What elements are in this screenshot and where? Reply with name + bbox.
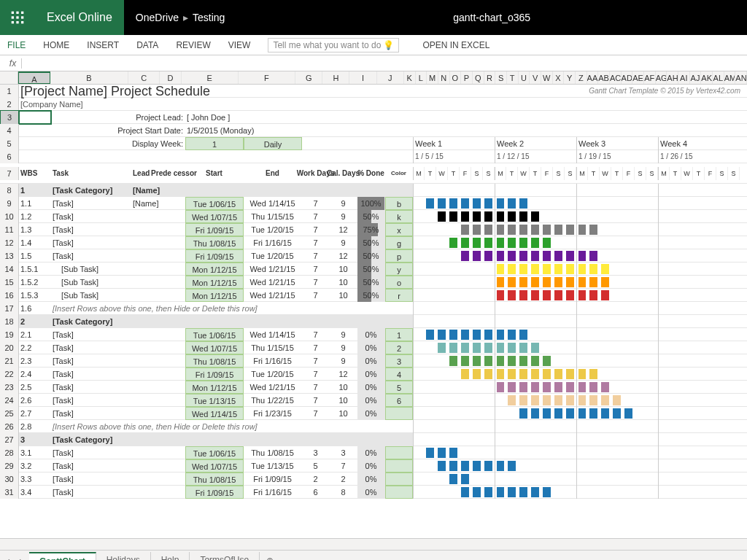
column-header[interactable]: T bbox=[507, 71, 519, 84]
cell[interactable] bbox=[163, 236, 185, 249]
row-header[interactable]: 6 bbox=[0, 150, 19, 163]
row-header[interactable]: 24 bbox=[0, 394, 19, 407]
cell[interactable]: 50% bbox=[357, 262, 385, 276]
row-header[interactable]: 23 bbox=[0, 381, 19, 394]
cell[interactable] bbox=[131, 486, 163, 499]
cell[interactable]: Tue 1/20/15 bbox=[244, 249, 302, 262]
cell[interactable] bbox=[131, 381, 163, 394]
sheet-tab[interactable]: Help bbox=[151, 552, 190, 561]
cell[interactable] bbox=[163, 368, 185, 381]
column-header[interactable]: Q bbox=[473, 71, 484, 84]
cell[interactable]: 0% bbox=[357, 341, 385, 354]
cell[interactable]: S bbox=[483, 167, 495, 180]
cell[interactable]: 12 bbox=[330, 223, 357, 236]
cell[interactable]: S bbox=[635, 167, 646, 180]
column-header[interactable]: AI bbox=[678, 71, 690, 84]
cell[interactable] bbox=[19, 137, 51, 150]
cell[interactable] bbox=[131, 394, 163, 407]
cell[interactable]: W bbox=[518, 167, 530, 180]
cell[interactable]: M bbox=[658, 167, 670, 180]
cell[interactable]: Tue 1/13/15 bbox=[244, 459, 302, 472]
cell[interactable]: Prede cessor bbox=[163, 163, 185, 183]
cell[interactable]: 7 bbox=[302, 276, 330, 289]
column-header[interactable]: W bbox=[541, 71, 553, 84]
cell[interactable]: M bbox=[413, 167, 425, 180]
cell[interactable]: 0% bbox=[357, 486, 385, 499]
cell[interactable]: 3.3 bbox=[19, 472, 51, 486]
cell[interactable]: 7 bbox=[302, 262, 330, 276]
cell[interactable]: [Task Category] bbox=[51, 315, 131, 328]
cell[interactable]: [Project Name] Project Schedule bbox=[19, 85, 302, 98]
app-brand[interactable]: Excel Online bbox=[35, 0, 124, 35]
cell[interactable] bbox=[163, 197, 185, 210]
cell[interactable]: S bbox=[565, 167, 576, 180]
cell[interactable]: F bbox=[705, 167, 716, 180]
cell[interactable] bbox=[163, 341, 185, 354]
cell[interactable]: Display Week: bbox=[51, 137, 185, 150]
cell[interactable] bbox=[131, 315, 163, 328]
cell[interactable]: 1.5 bbox=[19, 249, 51, 262]
cell[interactable]: b bbox=[385, 197, 413, 210]
cell[interactable]: [Company Name] bbox=[19, 98, 163, 111]
cell[interactable]: [Task] bbox=[51, 394, 131, 407]
cell[interactable]: 9 bbox=[330, 341, 357, 354]
cell[interactable]: 3.4 bbox=[19, 486, 51, 499]
cell[interactable]: 7 bbox=[302, 381, 330, 394]
tab-file[interactable]: FILE bbox=[7, 40, 26, 50]
cell[interactable]: S bbox=[728, 167, 740, 180]
cell[interactable]: 7 bbox=[302, 394, 330, 407]
row-header[interactable]: 20 bbox=[0, 341, 19, 354]
cell[interactable]: Tue 1/06/15 bbox=[185, 446, 244, 459]
cell[interactable]: Wed 1/21/15 bbox=[244, 289, 302, 302]
row-header[interactable]: 26 bbox=[0, 420, 19, 433]
select-all-corner[interactable] bbox=[0, 71, 18, 84]
cell[interactable]: Gantt Chart Template © 2015 by Vertex42.… bbox=[455, 85, 747, 98]
cell[interactable] bbox=[302, 137, 413, 150]
cell[interactable]: Project Start Date: bbox=[51, 124, 185, 137]
cell[interactable]: [Task] bbox=[51, 486, 131, 499]
row-header[interactable]: 13 bbox=[0, 249, 19, 262]
cell[interactable] bbox=[131, 289, 163, 302]
breadcrumb-folder[interactable]: Testing bbox=[193, 12, 225, 23]
row-header[interactable]: 11 bbox=[0, 223, 19, 236]
row-header[interactable]: 9 bbox=[0, 197, 19, 210]
column-header[interactable]: R bbox=[484, 71, 496, 84]
cell[interactable] bbox=[385, 486, 413, 499]
cell[interactable]: Tue 1/20/15 bbox=[244, 223, 302, 236]
cell[interactable]: S bbox=[646, 167, 658, 180]
column-header[interactable]: D bbox=[160, 71, 181, 84]
cell[interactable]: Task bbox=[51, 163, 131, 183]
cell[interactable]: 5 bbox=[302, 459, 330, 472]
cell[interactable]: 3.2 bbox=[19, 459, 51, 472]
cell[interactable] bbox=[163, 328, 185, 341]
cell[interactable]: Week 2 bbox=[495, 137, 576, 150]
cell[interactable]: 1 / 26 / 15 bbox=[658, 150, 740, 163]
cell[interactable]: 1/5/2015 (Monday) bbox=[185, 124, 302, 137]
cell[interactable]: F bbox=[541, 167, 553, 180]
column-header[interactable]: AL bbox=[713, 71, 724, 84]
cell[interactable] bbox=[385, 472, 413, 486]
column-header[interactable]: AF bbox=[644, 71, 656, 84]
cell[interactable]: 2 bbox=[19, 315, 51, 328]
cell[interactable]: g bbox=[385, 236, 413, 249]
column-header[interactable]: AA bbox=[587, 71, 599, 84]
cell[interactable]: Wed 1/14/15 bbox=[244, 197, 302, 210]
cell[interactable]: Fri 1/16/15 bbox=[244, 486, 302, 499]
cell[interactable] bbox=[131, 328, 163, 341]
column-header[interactable]: AB bbox=[598, 71, 610, 84]
cell[interactable] bbox=[131, 276, 163, 289]
app-launcher-icon[interactable] bbox=[0, 0, 35, 35]
cell[interactable]: Tue 1/06/15 bbox=[185, 328, 244, 341]
cell[interactable]: WBS bbox=[19, 163, 51, 183]
cell[interactable]: 1 bbox=[185, 137, 244, 150]
cell[interactable]: 3 bbox=[385, 354, 413, 368]
cell[interactable]: 5 bbox=[385, 381, 413, 394]
cell[interactable]: 7 bbox=[302, 368, 330, 381]
cell[interactable]: Daily bbox=[244, 137, 302, 150]
cell[interactable]: Fri 1/16/15 bbox=[244, 354, 302, 368]
cell[interactable]: 10 bbox=[330, 394, 357, 407]
cell[interactable]: 1.5.1 bbox=[19, 262, 51, 276]
row-header[interactable]: 3 bbox=[0, 110, 19, 125]
cell[interactable] bbox=[385, 407, 413, 420]
cell[interactable]: [Task] bbox=[51, 223, 131, 236]
